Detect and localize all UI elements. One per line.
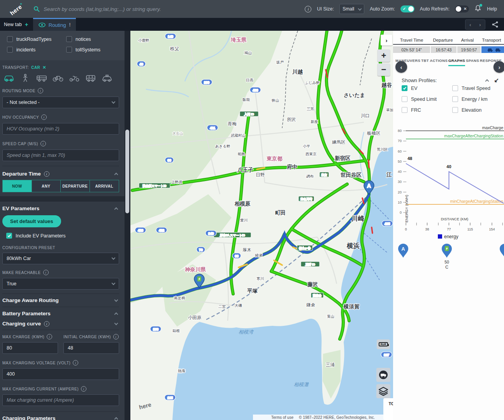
tab-scroll-left-button[interactable]: ‹ xyxy=(469,22,471,28)
map-label: 荒川区 xyxy=(377,147,388,151)
tab-spans[interactable]: SPANS xyxy=(466,58,479,66)
max-charging-current-input[interactable] xyxy=(2,394,119,406)
info-icon[interactable]: i xyxy=(113,334,119,339)
speed-cap-input[interactable] xyxy=(2,149,119,161)
checkbox-notices[interactable]: notices xyxy=(66,36,125,42)
tab-scroll-right-button[interactable]: › xyxy=(479,22,481,28)
share-icon[interactable] xyxy=(492,21,499,28)
hov-occupancy-label: HOV OCCUPANCYi xyxy=(2,114,119,120)
waypoint-a-pin[interactable]: A xyxy=(398,243,409,260)
routing-mode-select[interactable]: - Not selected - xyxy=(2,97,119,108)
svg-text:413: 413 xyxy=(138,228,143,232)
departure-time-section-header[interactable]: Departure Timei xyxy=(2,171,119,177)
charging-curve-header[interactable]: Charging curvei xyxy=(2,320,119,330)
range-on-route-button[interactable]: RoR xyxy=(377,339,390,349)
initial-charge-input[interactable] xyxy=(63,342,119,354)
traffic-layer-button[interactable] xyxy=(376,368,390,382)
charge-aware-routing-header[interactable]: Charge Aware Routing xyxy=(2,294,119,307)
transport-clear-button[interactable]: ✕ xyxy=(42,65,46,70)
map-label: 横浜 xyxy=(346,242,360,250)
info-icon[interactable]: i xyxy=(40,141,46,146)
make-reachable-select[interactable]: True xyxy=(2,278,119,290)
ui-size-select[interactable]: Small xyxy=(339,4,364,14)
chevron-down-icon xyxy=(112,100,116,104)
max-charging-voltage-input[interactable] xyxy=(2,368,119,380)
energy-chart[interactable]: 01020304050607080maxChargemaxChargeAfter… xyxy=(393,125,504,241)
zoom-in-button[interactable]: + xyxy=(378,49,390,62)
info-icon[interactable]: i xyxy=(73,360,78,366)
tab-tbt-actions[interactable]: TBT ACTIONS xyxy=(421,58,448,66)
max-charge-input[interactable] xyxy=(2,342,58,354)
zoom-out-button[interactable]: − xyxy=(378,63,390,76)
collapse-icon[interactable] xyxy=(485,79,489,83)
transport-taxi-icon[interactable] xyxy=(101,74,113,83)
profile-speed-limit-checkbox[interactable]: Speed Limit xyxy=(402,96,452,102)
route-summary-row[interactable]: 02h 53' 14" 16:57:43 19:50:57 xyxy=(393,46,504,53)
departure-now-button[interactable]: NOW xyxy=(3,180,32,192)
profile-frc-checkbox[interactable]: FRC xyxy=(402,107,452,113)
tab-routing[interactable]: Routing ! xyxy=(33,18,76,31)
battery-parameters-header[interactable]: Battery Parameters xyxy=(2,307,119,320)
search-input[interactable] xyxy=(44,6,254,12)
profile-elevation-checkbox[interactable]: Elevation xyxy=(452,107,499,113)
charging-station-pin[interactable]: 50 C xyxy=(441,243,452,270)
auto-zoom-toggle[interactable]: ✓ xyxy=(400,5,414,12)
transport-car-icon[interactable] xyxy=(3,74,15,83)
sidebar-scrollbar[interactable] xyxy=(125,31,130,420)
transport-pedestrian-icon[interactable] xyxy=(19,74,31,83)
info-icon[interactable]: i xyxy=(41,114,47,120)
notifications-bell-icon[interactable] xyxy=(474,5,481,13)
add-tab-button[interactable]: + xyxy=(25,21,28,28)
svg-text:246: 246 xyxy=(208,232,214,235)
terms-of-use-link[interactable]: Terms of use xyxy=(271,415,293,420)
svg-text:63: 63 xyxy=(235,254,239,258)
prev-route-button[interactable]: ‹ xyxy=(395,61,407,73)
svg-text:minChargeAtChargingStation: minChargeAtChargingStation xyxy=(450,199,503,204)
transport-bus-icon[interactable] xyxy=(85,74,97,83)
departure-arrival-button[interactable]: ARRIVAL xyxy=(90,180,119,192)
collapse-panel-button[interactable]: › xyxy=(381,35,392,46)
checkbox-tollsystems[interactable]: tollSystems xyxy=(66,47,125,53)
scrollbar-thumb[interactable] xyxy=(125,130,129,213)
checkbox-incidents[interactable]: incidents xyxy=(7,47,66,53)
departure-any-button[interactable]: ANY xyxy=(32,180,61,192)
next-route-button[interactable]: › xyxy=(493,61,504,73)
new-tab-label[interactable]: New tab xyxy=(4,22,22,27)
svg-text:入間 IC: 入間 IC xyxy=(244,112,254,116)
waypoint-b-pin-partial[interactable] xyxy=(499,243,504,260)
profile-energy-km-checkbox[interactable]: Energy / km xyxy=(452,96,499,102)
svg-text:40: 40 xyxy=(446,164,451,169)
transport-scooter-icon[interactable] xyxy=(68,74,80,83)
info-icon[interactable]: i xyxy=(38,88,43,93)
transport-truck-icon[interactable] xyxy=(36,74,47,83)
info-icon[interactable]: i xyxy=(44,321,49,327)
configuration-preset-select[interactable]: 80kWh Car xyxy=(2,253,119,264)
transport-bicycle-icon[interactable] xyxy=(52,74,64,83)
to-waypoint-button[interactable]: TO xyxy=(383,398,393,420)
map-label: 世田谷区 xyxy=(340,172,362,178)
road-shield: 246 xyxy=(205,230,216,236)
info-icon[interactable]: i xyxy=(81,386,86,392)
map-canvas[interactable]: 入間 IC談合坂スマートIC東京東名川崎厚木PA スマートIC保土ヶ谷別所 IC… xyxy=(130,31,393,420)
auto-refresh-toggle[interactable]: ✕ xyxy=(455,5,469,12)
profile-ev-checkbox[interactable]: EV xyxy=(402,85,452,91)
interchange-badge: 別所 IC xyxy=(301,262,320,267)
expand-graph-icon[interactable]: ↙ xyxy=(494,77,499,84)
charging-parameters-header[interactable]: Charging Parameters xyxy=(2,412,119,420)
info-icon[interactable]: i xyxy=(305,6,311,12)
profile-travel-speed-checkbox[interactable]: Travel Speed xyxy=(452,85,499,91)
waypoint-a-label: A xyxy=(401,246,405,252)
checkbox-truckroadtypes[interactable]: truckRoadTypes xyxy=(7,36,66,42)
set-default-values-button[interactable]: Set default values xyxy=(2,215,61,227)
auto-zoom-label: Auto Zoom: xyxy=(370,6,395,12)
include-ev-parameters-checkbox[interactable]: Include EV Parameters xyxy=(6,233,119,239)
departure-departure-button[interactable]: DEPARTURE xyxy=(61,180,90,192)
ev-parameters-section-header[interactable]: EV Parameters xyxy=(2,206,119,211)
hov-occupancy-input[interactable] xyxy=(2,123,119,135)
tab-graphs[interactable]: GRAPHS xyxy=(448,58,465,66)
info-icon[interactable]: i xyxy=(44,171,49,177)
info-icon[interactable]: i xyxy=(47,334,52,339)
map-layers-button[interactable] xyxy=(376,384,390,398)
info-icon[interactable]: i xyxy=(43,270,49,275)
help-link[interactable]: Help xyxy=(487,6,497,12)
